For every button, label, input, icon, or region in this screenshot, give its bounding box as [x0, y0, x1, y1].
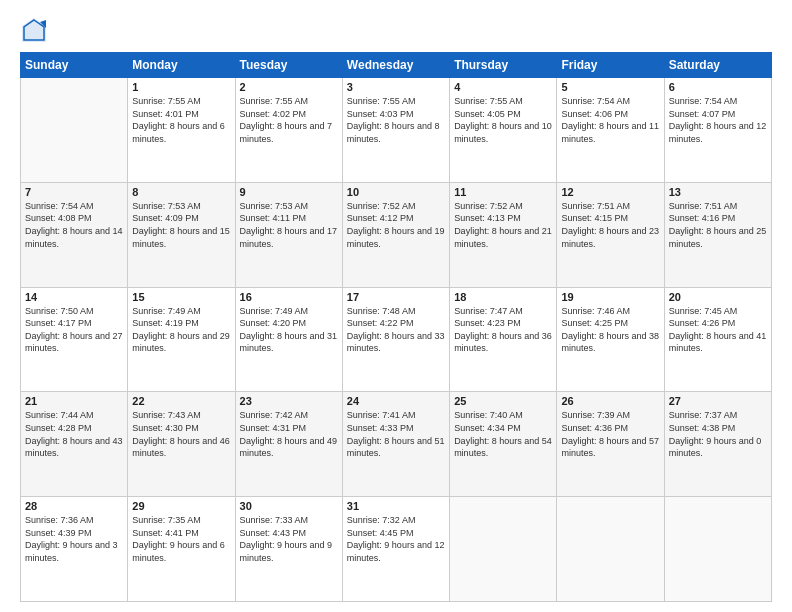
day-info: Sunrise: 7:50 AMSunset: 4:17 PMDaylight:…: [25, 305, 123, 355]
day-info: Sunrise: 7:54 AMSunset: 4:06 PMDaylight:…: [561, 95, 659, 145]
day-number: 20: [669, 291, 767, 303]
calendar-cell: [21, 78, 128, 183]
day-number: 10: [347, 186, 445, 198]
day-number: 22: [132, 395, 230, 407]
calendar-cell: 19Sunrise: 7:46 AMSunset: 4:25 PMDayligh…: [557, 287, 664, 392]
day-info: Sunrise: 7:35 AMSunset: 4:41 PMDaylight:…: [132, 514, 230, 564]
day-number: 1: [132, 81, 230, 93]
day-number: 7: [25, 186, 123, 198]
logo-icon: [20, 16, 48, 44]
day-info: Sunrise: 7:39 AMSunset: 4:36 PMDaylight:…: [561, 409, 659, 459]
day-info: Sunrise: 7:41 AMSunset: 4:33 PMDaylight:…: [347, 409, 445, 459]
calendar-cell: 11Sunrise: 7:52 AMSunset: 4:13 PMDayligh…: [450, 182, 557, 287]
day-info: Sunrise: 7:55 AMSunset: 4:02 PMDaylight:…: [240, 95, 338, 145]
day-info: Sunrise: 7:53 AMSunset: 4:11 PMDaylight:…: [240, 200, 338, 250]
calendar-cell: 15Sunrise: 7:49 AMSunset: 4:19 PMDayligh…: [128, 287, 235, 392]
calendar-cell: 22Sunrise: 7:43 AMSunset: 4:30 PMDayligh…: [128, 392, 235, 497]
day-number: 14: [25, 291, 123, 303]
calendar-cell: 21Sunrise: 7:44 AMSunset: 4:28 PMDayligh…: [21, 392, 128, 497]
calendar-cell: 25Sunrise: 7:40 AMSunset: 4:34 PMDayligh…: [450, 392, 557, 497]
day-number: 30: [240, 500, 338, 512]
day-number: 16: [240, 291, 338, 303]
weekday-header-thursday: Thursday: [450, 53, 557, 78]
day-info: Sunrise: 7:44 AMSunset: 4:28 PMDaylight:…: [25, 409, 123, 459]
day-number: 17: [347, 291, 445, 303]
day-number: 5: [561, 81, 659, 93]
week-row-0: 1Sunrise: 7:55 AMSunset: 4:01 PMDaylight…: [21, 78, 772, 183]
day-number: 13: [669, 186, 767, 198]
day-info: Sunrise: 7:37 AMSunset: 4:38 PMDaylight:…: [669, 409, 767, 459]
calendar-cell: 31Sunrise: 7:32 AMSunset: 4:45 PMDayligh…: [342, 497, 449, 602]
day-number: 9: [240, 186, 338, 198]
calendar-cell: 18Sunrise: 7:47 AMSunset: 4:23 PMDayligh…: [450, 287, 557, 392]
calendar-cell: 20Sunrise: 7:45 AMSunset: 4:26 PMDayligh…: [664, 287, 771, 392]
day-number: 29: [132, 500, 230, 512]
day-info: Sunrise: 7:55 AMSunset: 4:01 PMDaylight:…: [132, 95, 230, 145]
day-number: 12: [561, 186, 659, 198]
day-number: 25: [454, 395, 552, 407]
calendar-cell: [557, 497, 664, 602]
weekday-header-tuesday: Tuesday: [235, 53, 342, 78]
day-number: 23: [240, 395, 338, 407]
day-info: Sunrise: 7:42 AMSunset: 4:31 PMDaylight:…: [240, 409, 338, 459]
calendar-cell: 1Sunrise: 7:55 AMSunset: 4:01 PMDaylight…: [128, 78, 235, 183]
calendar-cell: 30Sunrise: 7:33 AMSunset: 4:43 PMDayligh…: [235, 497, 342, 602]
day-info: Sunrise: 7:55 AMSunset: 4:05 PMDaylight:…: [454, 95, 552, 145]
day-info: Sunrise: 7:33 AMSunset: 4:43 PMDaylight:…: [240, 514, 338, 564]
day-number: 19: [561, 291, 659, 303]
weekday-header-sunday: Sunday: [21, 53, 128, 78]
day-info: Sunrise: 7:54 AMSunset: 4:08 PMDaylight:…: [25, 200, 123, 250]
calendar-cell: 7Sunrise: 7:54 AMSunset: 4:08 PMDaylight…: [21, 182, 128, 287]
day-info: Sunrise: 7:40 AMSunset: 4:34 PMDaylight:…: [454, 409, 552, 459]
calendar-cell: 6Sunrise: 7:54 AMSunset: 4:07 PMDaylight…: [664, 78, 771, 183]
calendar-cell: 29Sunrise: 7:35 AMSunset: 4:41 PMDayligh…: [128, 497, 235, 602]
day-info: Sunrise: 7:52 AMSunset: 4:12 PMDaylight:…: [347, 200, 445, 250]
day-info: Sunrise: 7:36 AMSunset: 4:39 PMDaylight:…: [25, 514, 123, 564]
day-number: 15: [132, 291, 230, 303]
day-info: Sunrise: 7:49 AMSunset: 4:20 PMDaylight:…: [240, 305, 338, 355]
day-number: 4: [454, 81, 552, 93]
calendar-cell: 26Sunrise: 7:39 AMSunset: 4:36 PMDayligh…: [557, 392, 664, 497]
day-number: 6: [669, 81, 767, 93]
weekday-header-monday: Monday: [128, 53, 235, 78]
calendar-cell: 27Sunrise: 7:37 AMSunset: 4:38 PMDayligh…: [664, 392, 771, 497]
day-info: Sunrise: 7:53 AMSunset: 4:09 PMDaylight:…: [132, 200, 230, 250]
calendar-cell: 14Sunrise: 7:50 AMSunset: 4:17 PMDayligh…: [21, 287, 128, 392]
week-row-4: 28Sunrise: 7:36 AMSunset: 4:39 PMDayligh…: [21, 497, 772, 602]
calendar-cell: 12Sunrise: 7:51 AMSunset: 4:15 PMDayligh…: [557, 182, 664, 287]
week-row-1: 7Sunrise: 7:54 AMSunset: 4:08 PMDaylight…: [21, 182, 772, 287]
calendar-cell: 17Sunrise: 7:48 AMSunset: 4:22 PMDayligh…: [342, 287, 449, 392]
calendar-cell: 16Sunrise: 7:49 AMSunset: 4:20 PMDayligh…: [235, 287, 342, 392]
calendar-cell: 5Sunrise: 7:54 AMSunset: 4:06 PMDaylight…: [557, 78, 664, 183]
day-info: Sunrise: 7:55 AMSunset: 4:03 PMDaylight:…: [347, 95, 445, 145]
calendar-cell: 24Sunrise: 7:41 AMSunset: 4:33 PMDayligh…: [342, 392, 449, 497]
day-number: 11: [454, 186, 552, 198]
day-info: Sunrise: 7:47 AMSunset: 4:23 PMDaylight:…: [454, 305, 552, 355]
day-info: Sunrise: 7:46 AMSunset: 4:25 PMDaylight:…: [561, 305, 659, 355]
calendar-cell: 2Sunrise: 7:55 AMSunset: 4:02 PMDaylight…: [235, 78, 342, 183]
day-number: 24: [347, 395, 445, 407]
calendar-cell: 28Sunrise: 7:36 AMSunset: 4:39 PMDayligh…: [21, 497, 128, 602]
week-row-2: 14Sunrise: 7:50 AMSunset: 4:17 PMDayligh…: [21, 287, 772, 392]
calendar-cell: 10Sunrise: 7:52 AMSunset: 4:12 PMDayligh…: [342, 182, 449, 287]
header: [20, 16, 772, 44]
day-number: 28: [25, 500, 123, 512]
day-number: 3: [347, 81, 445, 93]
calendar-cell: [664, 497, 771, 602]
page: SundayMondayTuesdayWednesdayThursdayFrid…: [0, 0, 792, 612]
weekday-header-wednesday: Wednesday: [342, 53, 449, 78]
week-row-3: 21Sunrise: 7:44 AMSunset: 4:28 PMDayligh…: [21, 392, 772, 497]
day-info: Sunrise: 7:52 AMSunset: 4:13 PMDaylight:…: [454, 200, 552, 250]
day-info: Sunrise: 7:32 AMSunset: 4:45 PMDaylight:…: [347, 514, 445, 564]
day-number: 21: [25, 395, 123, 407]
day-info: Sunrise: 7:51 AMSunset: 4:16 PMDaylight:…: [669, 200, 767, 250]
day-info: Sunrise: 7:49 AMSunset: 4:19 PMDaylight:…: [132, 305, 230, 355]
calendar-cell: [450, 497, 557, 602]
calendar-cell: 13Sunrise: 7:51 AMSunset: 4:16 PMDayligh…: [664, 182, 771, 287]
day-number: 26: [561, 395, 659, 407]
day-number: 18: [454, 291, 552, 303]
logo: [20, 16, 52, 44]
calendar-cell: 9Sunrise: 7:53 AMSunset: 4:11 PMDaylight…: [235, 182, 342, 287]
weekday-header-row: SundayMondayTuesdayWednesdayThursdayFrid…: [21, 53, 772, 78]
weekday-header-saturday: Saturday: [664, 53, 771, 78]
